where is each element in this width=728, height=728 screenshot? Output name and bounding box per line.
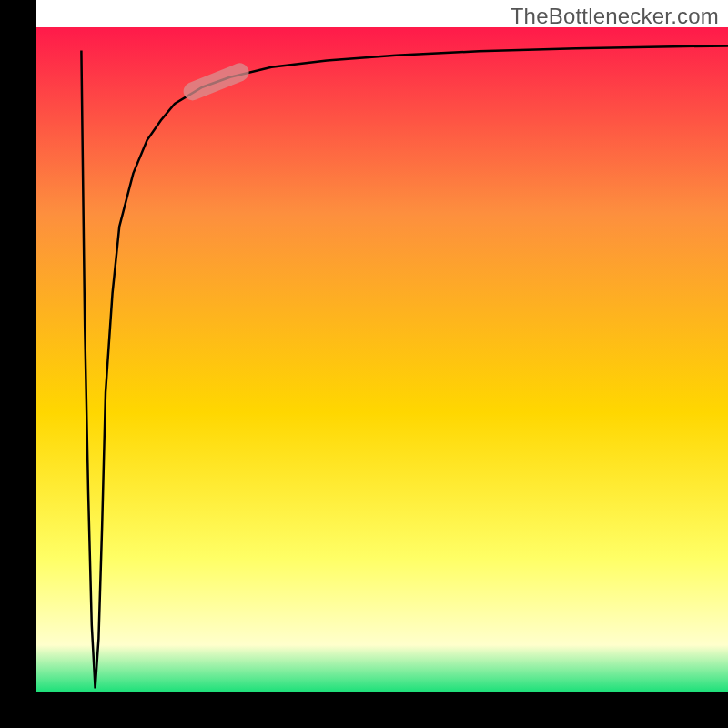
gradient-background xyxy=(36,27,728,692)
plot-area xyxy=(0,0,728,728)
watermark-text: TheBottlenecker.com xyxy=(511,4,719,29)
chart-container: TheBottlenecker.com xyxy=(0,0,728,728)
chart-svg xyxy=(0,0,728,728)
left-border xyxy=(0,0,36,728)
bottom-border xyxy=(0,692,728,728)
